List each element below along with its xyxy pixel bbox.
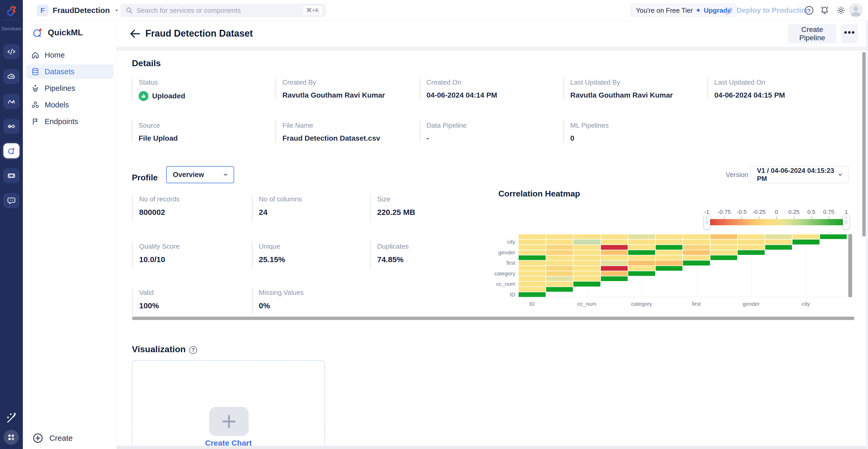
rail-item-cloud-scale[interactable] <box>3 69 20 84</box>
sidebar-item-home[interactable]: Home <box>26 48 114 62</box>
chat-face-icon <box>7 196 16 205</box>
heatmap-cell <box>519 261 546 265</box>
global-search[interactable]: ⌘+K <box>120 4 326 17</box>
heatmap-cell <box>710 234 738 239</box>
orbit-icon <box>7 171 16 180</box>
field-created-by: Created ByRavutla Goutham Ravi Kumar <box>275 77 397 99</box>
main-area: Fraud Detection Dataset Create Pipeline … <box>117 21 868 449</box>
heatmap-cell <box>546 261 573 265</box>
version-label: Version <box>726 171 748 179</box>
stat-unique: Unique25.15% <box>252 242 363 269</box>
heatmap-cell <box>546 271 573 276</box>
horizontal-scrollbar[interactable] <box>132 317 855 320</box>
heatmap-cell <box>546 239 573 244</box>
sidebar-item-datasets[interactable]: Datasets <box>26 64 114 79</box>
right-edge-strip <box>866 21 868 449</box>
version-select[interactable]: V1 / 04-06-2024 04:15:23 PM <box>750 166 849 183</box>
apps-grid-icon <box>7 434 15 441</box>
catalyst-logo-icon[interactable] <box>4 4 19 18</box>
heatmap-cell <box>765 239 792 244</box>
heatmap-cell <box>738 234 765 239</box>
sidebar-create-button[interactable]: Create <box>32 432 73 444</box>
profile-view-select[interactable]: Overview <box>166 166 234 183</box>
colorbar-tick-label: 0.25 <box>788 209 800 216</box>
colorbar-tick-label: -0.75 <box>718 209 731 216</box>
heatmap-cell <box>793 234 819 239</box>
heatmap-grid[interactable]: citygenderfirstcategorycc_numIDIDcc_numc… <box>518 234 847 297</box>
back-arrow-icon[interactable] <box>129 28 141 40</box>
visualization-help-icon[interactable]: ? <box>189 346 197 354</box>
stat-label: Quality Score <box>139 243 244 251</box>
sidebar-item-pipelines[interactable]: Pipelines <box>26 81 114 96</box>
heatmap-cell <box>519 292 546 297</box>
profile-heading: Profile <box>132 173 158 183</box>
heatmap-cell <box>574 245 600 250</box>
stat-label: Unique <box>259 243 363 251</box>
stat-value: 10.0/10 <box>139 255 244 264</box>
colorbar-tick-label: 0.5 <box>807 209 815 216</box>
heatmap-cell <box>546 245 573 250</box>
heatmap-cell <box>738 239 765 244</box>
deploy-to-production-button[interactable]: Deploy to Production <box>725 0 810 21</box>
heatmap-cell <box>601 255 628 260</box>
rail-item-functions[interactable] <box>3 44 20 59</box>
visualization-heading: Visualization? <box>132 344 197 354</box>
page-content: Details Status Uploaded Created ByRavutl… <box>117 47 868 449</box>
cloud-icon <box>7 72 16 81</box>
page-vertical-scrollbar[interactable] <box>862 52 866 237</box>
catalyst-rail: Services <box>0 0 23 449</box>
gear-icon[interactable] <box>836 5 846 15</box>
zia-icon <box>7 97 16 106</box>
bell-icon[interactable] <box>820 5 830 15</box>
field-ml-pipelines: ML Pipelines0 <box>563 121 685 142</box>
heatmap-cell <box>601 261 628 265</box>
heatmap-cell <box>628 255 655 260</box>
heatmap-cell <box>519 266 546 271</box>
bottom-scroll-track[interactable] <box>117 446 868 449</box>
magic-wand-icon[interactable] <box>5 412 18 424</box>
heatmap-cell <box>738 250 765 255</box>
help-icon[interactable]: ? <box>804 5 814 15</box>
free-tier-pill[interactable]: You're on Free Tier ✦ Upgrade <box>630 4 737 17</box>
heatmap-cell <box>574 239 600 244</box>
stat-no-of-records: No of records800002 <box>132 195 244 222</box>
more-options-button[interactable]: ••• <box>841 24 858 43</box>
rail-item-orbit[interactable] <box>3 168 20 183</box>
heatmap-cell <box>765 234 792 239</box>
rail-item-zia[interactable] <box>3 94 20 109</box>
rail-item-chat[interactable] <box>3 193 20 208</box>
heatmap-cell <box>628 250 655 255</box>
search-input[interactable] <box>136 6 303 14</box>
colorbar-tick-mark <box>707 217 707 219</box>
heatmap-cell <box>656 234 683 239</box>
pipeline-icon <box>31 84 39 92</box>
stat-missing-values: Missing Values0% <box>252 288 363 315</box>
sidebar-item-models[interactable]: Models <box>26 98 114 112</box>
stat-value: 220.25 MB <box>377 208 482 217</box>
create-pipeline-button[interactable]: Create Pipeline <box>788 24 836 43</box>
heatmap-y-label: ID <box>463 291 515 298</box>
user-avatar[interactable] <box>849 4 863 17</box>
heatmap-scrollbar[interactable] <box>848 234 852 297</box>
heatmap-x-label: first <box>692 301 701 307</box>
code-icon <box>7 47 16 56</box>
heatmap-cell <box>628 261 655 265</box>
heatmap-cell <box>683 250 710 255</box>
rail-item-quickml-active[interactable] <box>3 143 20 158</box>
heatmap-cell <box>601 250 628 255</box>
all-apps-button[interactable] <box>4 430 19 445</box>
rail-item-integrations[interactable] <box>3 119 20 134</box>
sidebar-item-endpoints[interactable]: Endpoints <box>26 114 114 129</box>
create-chart-card[interactable]: Create Chart <box>132 360 325 449</box>
quickml-sidebar: QuickML Home Datasets Pipelines Models E… <box>23 21 117 449</box>
colorbar-tick-label: -0.25 <box>752 209 766 216</box>
heatmap-cell <box>574 277 600 281</box>
heatmap-cell <box>710 239 738 244</box>
field-status: Status Uploaded <box>132 77 254 101</box>
deploy-label: Deploy to Production <box>737 6 810 14</box>
heatmap-cell <box>656 245 683 250</box>
field-source: SourceFile Upload <box>132 121 254 142</box>
search-icon <box>126 7 133 14</box>
project-switcher[interactable]: F FraudDetection <box>37 4 119 17</box>
stat-valid: Valid100% <box>132 288 244 315</box>
